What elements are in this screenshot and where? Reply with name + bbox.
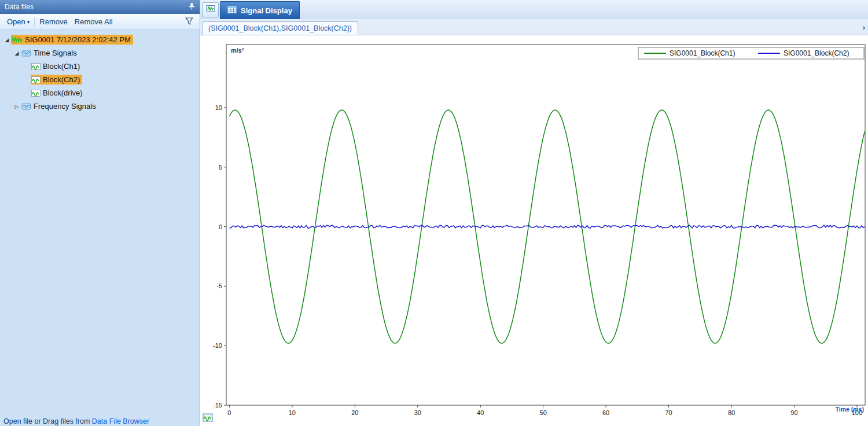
chart-panel: 01020304050607080901001050-5-10-15m/s²Ti… <box>200 35 868 426</box>
tree-item-label: SIG0001 7/12/2023 2:02:42 PM <box>25 35 131 44</box>
svg-text:10: 10 <box>215 104 222 111</box>
tree-item[interactable]: ▷Frequency Signals <box>0 100 200 113</box>
svg-text:70: 70 <box>665 409 672 416</box>
signal-display-area: Signal Display (SIG0001_Block(Ch1),SIG00… <box>200 0 868 426</box>
svg-text:10: 10 <box>289 409 296 416</box>
footer-text: Open file or Drag files from <box>3 417 90 425</box>
remove-button[interactable]: Remove <box>36 16 71 27</box>
tree-item[interactable]: ◢Time Signals <box>0 46 200 60</box>
panel-footer: Open file or Drag files from Data File B… <box>0 415 200 426</box>
oscilloscope-icon <box>206 4 215 16</box>
svg-text:90: 90 <box>790 409 797 416</box>
signal-thumbnail-icon[interactable] <box>203 413 213 424</box>
signal-display-icon <box>227 5 237 16</box>
svg-text:SIG0001_Block(Ch2): SIG0001_Block(Ch2) <box>784 49 849 57</box>
tree-node: Block(drive) <box>31 88 85 98</box>
tree-item[interactable]: Block(Ch1) <box>0 60 200 73</box>
document-tab[interactable]: (SIG0001_Block(Ch1),SIG0001_Block(Ch2)) <box>202 21 358 35</box>
tree-node: Block(Ch1) <box>31 61 82 71</box>
data-files-toolbar: Open ▾ Remove Remove All <box>0 14 200 30</box>
chevron-down-icon: ▾ <box>27 19 30 25</box>
tree-item[interactable]: ◢SIG0001 7/12/2023 2:02:42 PM <box>0 33 200 46</box>
tree-item-label: Time Signals <box>34 49 77 57</box>
block-signal-icon <box>31 63 41 71</box>
data-files-panel: Data files Open ▾ Remove Remove All ◢SIG… <box>0 0 200 426</box>
tree-node: SIG0001 7/12/2023 2:02:42 PM <box>11 35 133 45</box>
panel-titlebar: Data files <box>0 0 200 14</box>
panel-title: Data files <box>5 3 34 11</box>
svg-text:-15: -15 <box>213 402 222 409</box>
y-axis-label: m/s² <box>231 47 244 54</box>
svg-text:0: 0 <box>219 223 222 230</box>
filter-icon[interactable] <box>182 16 196 28</box>
tree-node: Time Signals <box>21 48 79 58</box>
y-axis-ticks: 1050-5-10-15 <box>213 104 226 409</box>
svg-text:40: 40 <box>477 409 484 416</box>
expander-collapsed-icon[interactable]: ▷ <box>13 104 21 109</box>
legend: SIG0001_Block(Ch1)SIG0001_Block(Ch2) <box>638 47 864 59</box>
svg-text:30: 30 <box>414 409 421 416</box>
svg-text:20: 20 <box>351 409 358 416</box>
tab-signal-display-label: Signal Display <box>241 6 292 15</box>
remove-all-button[interactable]: Remove All <box>71 16 116 27</box>
svg-text:80: 80 <box>728 409 735 416</box>
svg-text:SIG0001_Block(Ch1): SIG0001_Block(Ch1) <box>670 49 735 57</box>
tree-item-label: Frequency Signals <box>34 102 96 111</box>
tab-signal-display[interactable]: Signal Display <box>220 1 300 19</box>
document-tab-bar: (SIG0001_Block(Ch1),SIG0001_Block(Ch2)) … <box>200 19 868 35</box>
open-button[interactable]: Open ▾ <box>3 16 33 27</box>
tree-node: Frequency Signals <box>21 101 98 111</box>
block-signal-icon <box>31 89 41 97</box>
tree-item-label: Block(drive) <box>43 89 83 97</box>
signal-file-icon <box>12 36 23 43</box>
application-window: Data files Open ▾ Remove Remove All ◢SIG… <box>0 0 868 426</box>
svg-text:60: 60 <box>602 409 609 416</box>
tab-bar: Signal Display <box>200 0 868 19</box>
data-files-tree: ◢SIG0001 7/12/2023 2:02:42 PM◢Time Signa… <box>0 30 200 426</box>
tree-item-label: Block(Ch2) <box>43 75 80 84</box>
tree-item-label: Block(Ch1) <box>43 62 80 71</box>
x-axis-label: Time (ms) <box>836 406 864 413</box>
tree-item[interactable]: Block(drive) <box>0 86 200 100</box>
plot-border <box>226 45 865 405</box>
data-file-browser-link[interactable]: Data File Browser <box>92 417 149 425</box>
pin-icon[interactable] <box>189 3 195 12</box>
expander-expanded-icon[interactable]: ◢ <box>3 37 11 43</box>
tree-item[interactable]: Block(Ch2) <box>0 73 200 86</box>
signals-folder-icon <box>21 49 31 57</box>
expander-expanded-icon[interactable]: ◢ <box>13 50 21 56</box>
tab-mini[interactable] <box>202 2 219 17</box>
signal-chart[interactable]: 01020304050607080901001050-5-10-15m/s²Ti… <box>200 35 868 426</box>
signals-folder-icon <box>21 102 31 111</box>
block-signal-icon <box>31 76 41 84</box>
svg-text:50: 50 <box>540 409 547 416</box>
tree-node: Block(Ch2) <box>31 75 82 85</box>
svg-text:-5: -5 <box>216 282 222 289</box>
chevron-right-icon[interactable]: › <box>863 23 865 32</box>
svg-text:-10: -10 <box>213 342 222 349</box>
open-button-label: Open <box>7 17 25 26</box>
svg-text:5: 5 <box>219 164 222 171</box>
svg-text:0: 0 <box>227 409 231 416</box>
toolbar-separator <box>34 17 35 26</box>
x-axis-ticks: 0102030405060708090100 <box>227 405 862 416</box>
